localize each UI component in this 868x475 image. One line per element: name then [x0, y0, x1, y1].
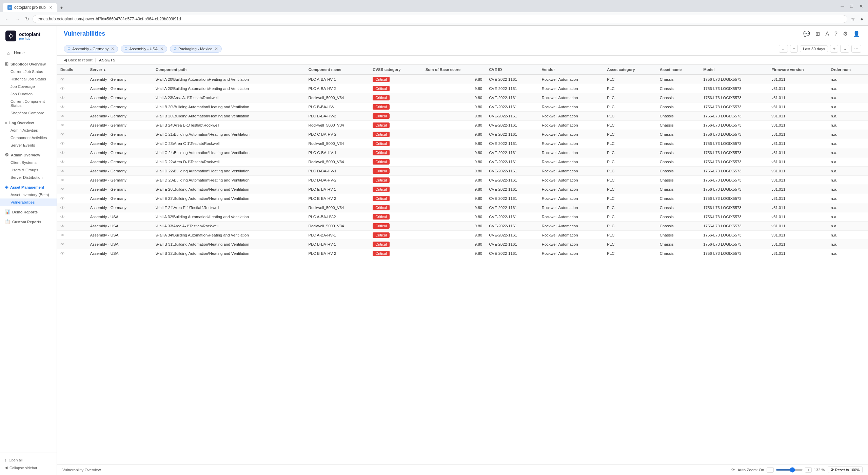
- eye-icon[interactable]: 👁: [60, 187, 65, 192]
- row-details-cell[interactable]: 👁: [57, 75, 87, 84]
- eye-icon[interactable]: 👁: [60, 77, 65, 82]
- eye-icon[interactable]: 👁: [60, 159, 65, 165]
- col-component-path[interactable]: Component path: [152, 65, 305, 75]
- col-vendor[interactable]: Vendor: [538, 65, 604, 75]
- eye-icon[interactable]: 👁: [60, 242, 65, 247]
- row-details-cell[interactable]: 👁: [57, 231, 87, 240]
- eye-icon[interactable]: 👁: [60, 150, 65, 155]
- row-details-cell[interactable]: 👁: [57, 194, 87, 203]
- open-all-btn[interactable]: ↕ Open all: [5, 456, 52, 464]
- sidebar-group-shopfloor[interactable]: ⊞ Shopfloor Overview: [0, 58, 57, 68]
- sidebar-group-log[interactable]: ≡ Log Overview: [0, 117, 57, 127]
- row-details-cell[interactable]: 👁: [57, 84, 87, 93]
- row-details-cell[interactable]: 👁: [57, 121, 87, 130]
- collapse-sidebar-btn[interactable]: ◀ Collapse sidebar: [5, 464, 52, 472]
- eye-icon[interactable]: 👁: [60, 104, 65, 110]
- col-order-num[interactable]: Order num: [827, 65, 868, 75]
- reset-zoom-btn[interactable]: ⟳ Reset to 100%: [828, 467, 863, 473]
- filter-more-btn[interactable]: ⋯: [851, 45, 861, 53]
- col-asset-category[interactable]: Asset category: [604, 65, 656, 75]
- eye-icon[interactable]: 👁: [60, 95, 65, 100]
- sidebar-item-server-events[interactable]: Server Events: [0, 141, 57, 149]
- sidebar-item-shopfloor-compare[interactable]: Shopfloor Compare: [0, 109, 57, 117]
- minimize-btn[interactable]: ─: [839, 2, 846, 10]
- sidebar-group-asset[interactable]: ◈ Asset Management: [0, 181, 57, 191]
- sidebar-item-job-coverage[interactable]: Job Coverage: [0, 83, 57, 90]
- sidebar-item-component-status[interactable]: Current Component Status: [0, 98, 57, 109]
- row-details-cell[interactable]: 👁: [57, 203, 87, 212]
- row-details-cell[interactable]: 👁: [57, 212, 87, 222]
- close-tab-btn[interactable]: ✕: [49, 5, 52, 10]
- row-details-cell[interactable]: 👁: [57, 249, 87, 258]
- eye-icon[interactable]: 👁: [60, 251, 65, 256]
- col-details[interactable]: Details: [57, 65, 87, 75]
- eye-icon[interactable]: 👁: [60, 178, 65, 183]
- sidebar-item-current-job[interactable]: Current Job Status: [0, 68, 57, 75]
- zoom-plus-btn[interactable]: +: [805, 467, 812, 473]
- sidebar-item-admin-activities[interactable]: Admin Activities: [0, 127, 57, 134]
- sidebar-item-job-duration[interactable]: Job Duration: [0, 90, 57, 98]
- mexico-tag-close[interactable]: ✕: [215, 46, 218, 51]
- row-details-cell[interactable]: 👁: [57, 139, 87, 148]
- sidebar-item-users-groups[interactable]: Users & Groups: [0, 166, 57, 174]
- col-model[interactable]: Model: [700, 65, 768, 75]
- help-icon-btn[interactable]: ?: [833, 30, 839, 38]
- col-cve-id[interactable]: CVE ID: [486, 65, 538, 75]
- filter-chevron-btn[interactable]: ⌄: [840, 45, 849, 53]
- sidebar-item-asset-inventory[interactable]: Asset Inventory (Beta): [0, 191, 57, 198]
- col-asset-name[interactable]: Asset name: [656, 65, 700, 75]
- row-details-cell[interactable]: 👁: [57, 93, 87, 102]
- back-to-report-btn[interactable]: ◀ Back to report: [64, 58, 93, 62]
- row-details-cell[interactable]: 👁: [57, 185, 87, 194]
- sidebar-item-home[interactable]: ⌂ Home: [0, 48, 57, 58]
- row-details-cell[interactable]: 👁: [57, 176, 87, 185]
- filter-tag-usa[interactable]: ⊙ Assembly - USA ✕: [121, 45, 167, 53]
- row-details-cell[interactable]: 👁: [57, 222, 87, 231]
- filter-tag-germany[interactable]: ⊙ Assembly - Germany ✕: [64, 45, 118, 53]
- eye-icon[interactable]: 👁: [60, 214, 65, 220]
- settings-icon-btn[interactable]: ⚙: [842, 29, 849, 38]
- col-firmware-version[interactable]: Firmware version: [768, 65, 827, 75]
- col-cvss-category[interactable]: CVSS category: [369, 65, 422, 75]
- back-btn[interactable]: ←: [3, 15, 12, 23]
- active-tab[interactable]: o octoplant pro hub ✕: [3, 3, 57, 12]
- eye-icon[interactable]: 👁: [60, 132, 65, 137]
- sidebar-item-client-systems[interactable]: Client Systems: [0, 159, 57, 166]
- eye-icon[interactable]: 👁: [60, 196, 65, 201]
- col-component-name[interactable]: Component name: [305, 65, 370, 75]
- table-container[interactable]: Details Server Component path Component …: [57, 65, 868, 464]
- account-icon-btn[interactable]: 👤: [852, 29, 861, 38]
- row-details-cell[interactable]: 👁: [57, 240, 87, 249]
- account-btn[interactable]: ●: [859, 15, 865, 23]
- zoom-minus-btn[interactable]: −: [767, 467, 773, 473]
- close-btn[interactable]: ✕: [857, 2, 865, 10]
- chat-icon-btn[interactable]: 💬: [802, 29, 811, 38]
- maximize-btn[interactable]: □: [848, 2, 855, 10]
- sidebar-group-custom[interactable]: 📋 Custom Reports: [0, 216, 57, 226]
- refresh-btn[interactable]: ↻: [23, 15, 31, 23]
- eye-icon[interactable]: 👁: [60, 141, 65, 146]
- sidebar-item-component-activities[interactable]: Component Activities: [0, 134, 57, 141]
- row-details-cell[interactable]: 👁: [57, 157, 87, 167]
- filter-expand-btn[interactable]: ⌄: [779, 45, 788, 53]
- row-details-cell[interactable]: 👁: [57, 148, 87, 157]
- sidebar-item-server-distribution[interactable]: Server Distribution: [0, 174, 57, 181]
- row-details-cell[interactable]: 👁: [57, 130, 87, 139]
- zoom-slider[interactable]: [776, 469, 803, 471]
- forward-btn[interactable]: →: [13, 15, 22, 23]
- col-sum-base-score[interactable]: Sum of Base score: [422, 65, 486, 75]
- eye-icon[interactable]: 👁: [60, 233, 65, 238]
- eye-icon[interactable]: 👁: [60, 205, 65, 210]
- germany-tag-close[interactable]: ✕: [111, 46, 114, 51]
- filter-subtract-btn[interactable]: −: [790, 45, 798, 53]
- translate-icon-btn[interactable]: A: [824, 30, 830, 38]
- filter-date-dropdown[interactable]: Last 30 days: [800, 45, 828, 52]
- grid-icon-btn[interactable]: ⊞: [814, 29, 821, 38]
- filter-add-btn[interactable]: +: [830, 45, 838, 53]
- sidebar-item-vulnerabilities[interactable]: Vulnerabilities: [0, 198, 57, 206]
- sidebar-group-admin[interactable]: ⚙ Admin Overview: [0, 149, 57, 159]
- row-details-cell[interactable]: 👁: [57, 102, 87, 112]
- row-details-cell[interactable]: 👁: [57, 112, 87, 121]
- usa-tag-close[interactable]: ✕: [160, 46, 163, 51]
- eye-icon[interactable]: 👁: [60, 224, 65, 229]
